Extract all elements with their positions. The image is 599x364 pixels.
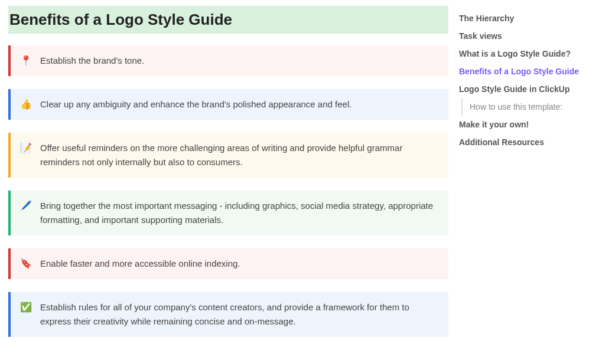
toc-item[interactable]: Task views (459, 27, 590, 45)
sidebar-toc: The HierarchyTask viewsWhat is a Logo St… (448, 6, 590, 364)
callout-4: 🔖Enable faster and more accessible onlin… (8, 248, 448, 279)
main-content: Benefits of a Logo Style Guide 📍Establis… (8, 6, 448, 364)
callout-icon: 📍 (20, 54, 32, 68)
callout-5: ✅Establish rules for all of your company… (8, 292, 448, 337)
toc-item[interactable]: What is a Logo Style Guide? (459, 45, 590, 63)
toc-item[interactable]: Logo Style Guide in ClickUp (459, 80, 590, 98)
callout-2: 📝Offer useful reminders on the more chal… (8, 133, 448, 178)
toc-item[interactable]: Make it your own! (459, 116, 590, 133)
callout-icon: 🖊️ (20, 199, 32, 213)
callout-text: Establish rules for all of your company'… (40, 300, 437, 329)
callout-text: Clear up any ambiguity and enhance the b… (40, 97, 437, 112)
callout-0: 📍Establish the brand's tone. (8, 45, 448, 76)
callout-3: 🖊️Bring together the most important mess… (8, 191, 448, 235)
callout-icon: 📝 (20, 141, 32, 155)
callout-list: 📍Establish the brand's tone.👍Clear up an… (8, 45, 448, 337)
page-title: Benefits of a Logo Style Guide (8, 6, 448, 34)
toc-sub-group: How to use this template: (461, 98, 590, 116)
toc-item[interactable]: Additional Resources (459, 133, 590, 151)
callout-text: Offer useful reminders on the more chall… (40, 141, 437, 169)
callout-text: Establish the brand's tone. (40, 54, 437, 68)
callout-1: 👍Clear up any ambiguity and enhance the … (8, 89, 448, 120)
callout-icon: ✅ (20, 300, 32, 314)
callout-text: Bring together the most important messag… (40, 199, 437, 227)
toc-list: The HierarchyTask viewsWhat is a Logo St… (459, 9, 590, 151)
toc-item[interactable]: How to use this template: (470, 98, 590, 116)
callout-icon: 🔖 (20, 257, 32, 271)
toc-item[interactable]: Benefits of a Logo Style Guide (459, 63, 590, 80)
toc-item[interactable]: The Hierarchy (459, 9, 590, 27)
callout-text: Enable faster and more accessible online… (40, 257, 437, 271)
callout-icon: 👍 (20, 97, 32, 112)
